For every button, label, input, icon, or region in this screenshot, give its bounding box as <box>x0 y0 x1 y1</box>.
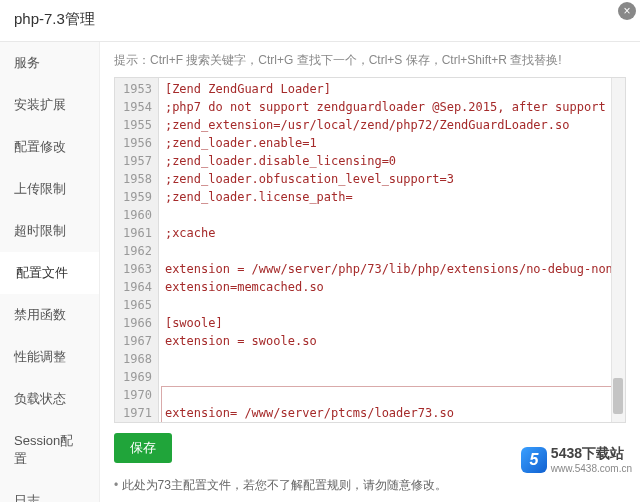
sidebar-item-10[interactable]: 日志 <box>0 480 99 502</box>
hint-text: 提示：Ctrl+F 搜索关键字，Ctrl+G 查找下一个，Ctrl+S 保存，C… <box>114 52 626 69</box>
scrollbar-thumb[interactable] <box>613 378 623 414</box>
page-title: php-7.3管理 <box>0 0 640 42</box>
sidebar-item-8[interactable]: 负载状态 <box>0 378 99 420</box>
save-button[interactable]: 保存 <box>114 433 172 463</box>
sidebar-item-6[interactable]: 禁用函数 <box>0 294 99 336</box>
sidebar-item-7[interactable]: 性能调整 <box>0 336 99 378</box>
sidebar-item-3[interactable]: 上传限制 <box>0 168 99 210</box>
close-icon[interactable]: × <box>618 2 636 20</box>
sidebar-item-2[interactable]: 配置修改 <box>0 126 99 168</box>
config-note: 此处为73主配置文件，若您不了解配置规则，请勿随意修改。 <box>114 473 626 502</box>
code-area[interactable]: [Zend ZendGuard Loader];php7 do not supp… <box>159 78 625 422</box>
sidebar-item-4[interactable]: 超时限制 <box>0 210 99 252</box>
sidebar-item-5[interactable]: 配置文件 <box>0 252 99 294</box>
line-gutter: 1953195419551956195719581959196019611962… <box>115 78 159 422</box>
editor-container: 1953195419551956195719581959196019611962… <box>114 77 626 423</box>
sidebar-item-0[interactable]: 服务 <box>0 42 99 84</box>
editor-scrollbar[interactable] <box>611 78 625 422</box>
sidebar-item-1[interactable]: 安装扩展 <box>0 84 99 126</box>
sidebar: 服务安装扩展配置修改上传限制超时限制配置文件禁用函数性能调整负载状态Sessio… <box>0 42 100 502</box>
sidebar-item-9[interactable]: Session配置 <box>0 420 99 480</box>
main-panel: 提示：Ctrl+F 搜索关键字，Ctrl+G 查找下一个，Ctrl+S 保存，C… <box>100 42 640 502</box>
code-editor[interactable]: 1953195419551956195719581959196019611962… <box>115 78 625 422</box>
